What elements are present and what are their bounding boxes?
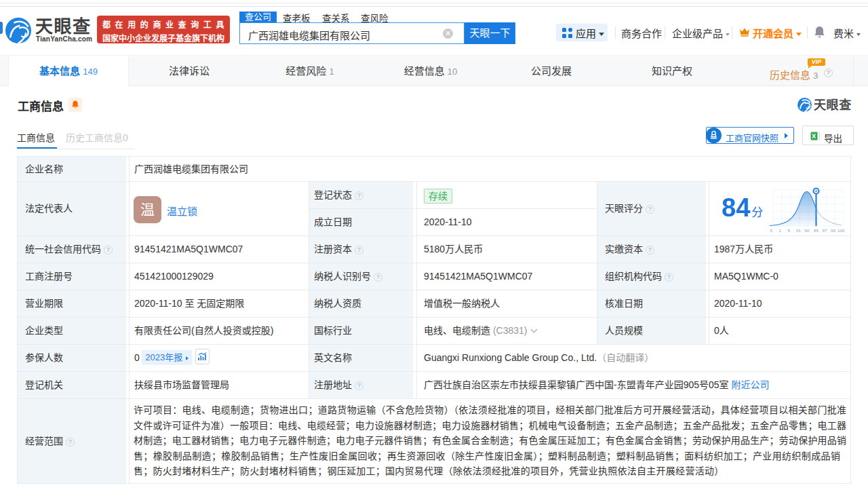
svg-text:97: 97 <box>823 228 827 233</box>
svg-text:15: 15 <box>796 228 801 233</box>
svg-text:85: 85 <box>814 228 818 233</box>
svg-text:50: 50 <box>805 228 810 233</box>
svg-text:5: 5 <box>788 228 791 233</box>
svg-text:0: 0 <box>770 228 773 233</box>
svg-text:99: 99 <box>831 228 835 233</box>
svg-text:100: 100 <box>837 228 845 233</box>
svg-text:1: 1 <box>779 228 782 233</box>
